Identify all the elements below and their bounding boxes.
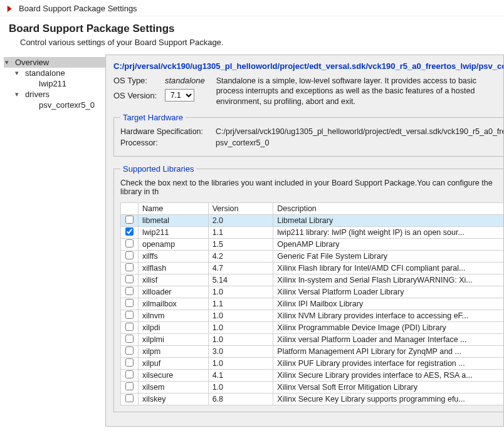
lib-checkbox[interactable] [125,251,134,259]
col-version[interactable]: Version [208,202,273,214]
table-row[interactable]: openamp1.5OpenAMP Library [121,238,505,250]
lib-checkbox[interactable] [125,216,134,224]
table-header-row: Name Version Description [121,202,505,214]
title-bar: Board Support Package Settings [0,0,504,16]
supported-libraries-group: Supported Libraries Check the box next t… [113,164,504,412]
lib-checkbox-cell [121,381,139,393]
page-title: Board Support Package Settings [9,23,495,35]
lib-checkbox-cell [121,262,139,274]
twisty-icon: ▾ [15,90,23,98]
table-row[interactable]: xilsem1.0Xilinx Versal Soft Error Mitiga… [121,381,505,393]
tree-item-standalone[interactable]: ▾ standalone [4,68,105,78]
lib-checkbox[interactable] [125,311,134,319]
table-row[interactable]: xilloader1.0Xilinx Versal Platform Loade… [121,286,505,298]
lib-checkbox[interactable] [125,358,134,367]
lib-checkbox-cell [121,321,139,333]
col-name[interactable]: Name [138,202,208,214]
lib-description: Xilinx Programmable Device Image (PDI) L… [273,321,504,333]
table-row[interactable]: lwip2111.1lwip211 library: lwIP (light w… [121,226,505,238]
hw-proc-value: psv_cortexr5_0 [216,138,504,147]
page-subtitle: Control various settings of your Board S… [20,38,495,47]
table-row[interactable]: xilpuf1.0Xilinx PUF Library provides int… [121,357,505,369]
lib-checkbox[interactable] [125,275,134,283]
lib-checkbox[interactable] [125,346,134,355]
lib-checkbox-cell [121,226,139,238]
lib-checkbox[interactable] [125,370,134,378]
os-version-label: OS Version: [113,91,160,100]
libraries-table: Name Version Description libmetal2.0Libm… [120,202,504,405]
tree-label: psv_cortexr5_0 [39,100,95,110]
lib-checkbox[interactable] [125,239,134,247]
tree-label: drivers [25,90,50,99]
tree-pane: ▾ Overview ▾ standalone lwip211 ▾ driver… [0,55,105,427]
lib-version: 1.1 [208,298,273,310]
lib-name: xilflash [138,262,208,274]
lib-description: Xilinx Secure Key Library supports progr… [273,393,504,405]
os-type-label: OS Type: [113,76,160,85]
os-fields: OS Type: standalone OS Version: 7.1 [113,76,205,102]
tree-item-drivers[interactable]: ▾ drivers [4,89,105,100]
lib-version: 4.2 [208,250,273,262]
lib-name: xilsecure [138,369,208,381]
lib-checkbox[interactable] [125,287,134,295]
window-title: Board Support Package Settings [19,4,137,13]
lib-description: Xilinx NVM Library provides interface to… [273,310,504,321]
lib-checkbox-cell [121,333,139,345]
lib-description: OpenAMP Library [273,238,504,250]
lib-description: lwip211 library: lwIP (light weight IP) … [273,226,504,238]
lib-checkbox[interactable] [125,382,134,390]
table-row[interactable]: xilflash4.7Xilinx Flash library for Inte… [121,262,505,274]
lib-checkbox[interactable] [125,299,134,307]
project-path: C:/prj/versal/vck190/ug1305_pl_helloworl… [113,61,503,71]
tree-item-lwip211[interactable]: lwip211 [4,78,105,89]
os-type-value: standalone [165,76,205,85]
hw-spec-label: Hardware Specification: [120,127,216,136]
lib-checkbox-cell [121,345,139,357]
lib-checkbox[interactable] [125,323,134,331]
lib-checkbox-cell [121,310,139,321]
table-row[interactable]: xilnvm1.0Xilinx NVM Library provides int… [121,310,505,321]
lib-name: xilpm [138,345,208,357]
table-row[interactable]: xilisf5.14Xilinx In-system and Serial Fl… [121,274,505,286]
os-version-select[interactable]: 7.1 [165,89,194,102]
table-row[interactable]: xilsecure4.1Xilinx Secure Library provid… [121,369,505,381]
lib-version: 1.0 [208,321,273,333]
lib-checkbox-cell [121,393,139,405]
lib-checkbox-cell [121,250,139,262]
content-area: ▾ Overview ▾ standalone lwip211 ▾ driver… [0,55,504,427]
lib-checkbox[interactable] [125,394,134,402]
table-row[interactable]: xilpm3.0Platform Management API Library … [121,345,505,357]
lib-description: Libmetal Library [273,214,504,226]
lib-name: xilmailbox [138,298,208,310]
lib-name: xilffs [138,250,208,262]
tree-item-overview[interactable]: ▾ Overview [4,57,105,68]
page-header: Board Support Package Settings Control v… [0,16,504,55]
lib-description: Xilinx PUF Library provides interface fo… [273,357,504,369]
lib-description: Xilinx Secure Library provides interface… [273,369,504,381]
tree-item-psv-cortexr5-0[interactable]: psv_cortexr5_0 [4,100,105,110]
col-description[interactable]: Description [273,202,504,214]
supported-libraries-desc: Check the box next to the libraries you … [120,179,504,196]
lib-description: Xilinx Versal Platform Loader Library [273,286,504,298]
hw-proc-label: Processor: [120,138,216,147]
lib-name: libmetal [138,214,208,226]
table-row[interactable]: xilskey6.8Xilinx Secure Key Library supp… [121,393,505,405]
table-row[interactable]: xilffs4.2Generic Fat File System Library [121,250,505,262]
lib-checkbox-cell [121,274,139,286]
os-section: OS Type: standalone OS Version: 7.1 Stan… [113,76,503,107]
target-hardware-legend: Target Hardware [120,113,186,122]
os-description: Standalone is a simple, low-level softwa… [210,76,503,107]
table-row[interactable]: xilmailbox1.1Xilinx IPI Mailbox Library [121,298,505,310]
lib-version: 1.0 [208,286,273,298]
lib-name: xilpuf [138,357,208,369]
lib-checkbox-cell [121,357,139,369]
lib-checkbox[interactable] [125,335,134,343]
lib-description: Xilinx Versal Soft Error Mitigation Libr… [273,381,504,393]
table-row[interactable]: xilplmi1.0Xilinx versal Platform Loader … [121,333,505,345]
lib-checkbox-cell [121,286,139,298]
lib-checkbox[interactable] [125,263,134,271]
lib-version: 1.0 [208,310,273,321]
lib-checkbox[interactable] [125,227,134,236]
table-row[interactable]: libmetal2.0Libmetal Library [121,214,505,226]
table-row[interactable]: xilpdi1.0Xilinx Programmable Device Imag… [121,321,505,333]
